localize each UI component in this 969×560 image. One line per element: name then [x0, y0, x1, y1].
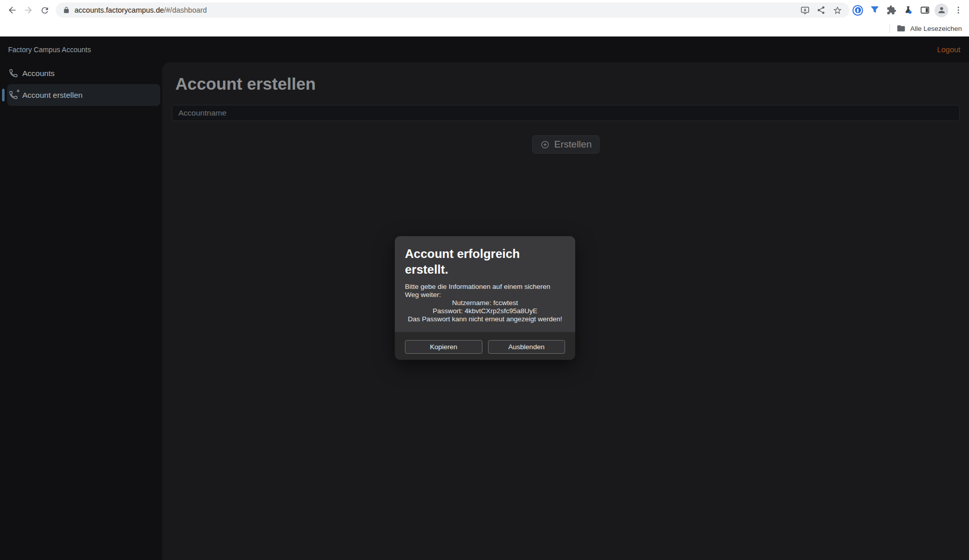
browser-menu-button[interactable] — [950, 1, 966, 19]
three-dots-icon — [954, 6, 963, 15]
dialog-body: Account erfolgreich erstellt. Bitte gebe… — [395, 236, 575, 332]
bookmark-star-button[interactable] — [830, 3, 844, 17]
back-button[interactable] — [4, 2, 20, 18]
extensions-menu-button[interactable] — [883, 1, 900, 19]
password-manager-extension-button[interactable] — [849, 1, 866, 19]
active-item-indicator — [2, 89, 5, 101]
folder-icon — [897, 24, 906, 33]
sidebar-item-accounts[interactable]: Accounts — [7, 62, 160, 84]
sidebar-item-label: Account erstellen — [22, 91, 83, 100]
phone-add-icon: + — [9, 90, 18, 100]
dialog-password-line: Passwort: 4kbvtCXrp2sfc95a8UyE — [405, 307, 565, 315]
bookmarks-divider — [889, 24, 890, 33]
dialog-footer: Kopieren Ausblenden — [395, 332, 575, 360]
star-icon — [833, 6, 842, 15]
hide-button[interactable]: Ausblenden — [488, 340, 566, 354]
forward-button[interactable] — [20, 2, 36, 18]
app-header: Factory Campus Accounts Logout — [0, 36, 969, 62]
bookmarks-bar: Alle Lesezeichen — [0, 20, 969, 36]
lock-icon — [63, 7, 70, 14]
all-bookmarks-button[interactable]: Alle Lesezeichen — [897, 24, 962, 33]
password-manager-icon — [852, 5, 863, 16]
url-text[interactable]: accounts.factorycampus.de/#/dashboard — [74, 6, 798, 14]
browser-toolbar: accounts.factorycampus.de/#/dashboard — [0, 0, 969, 20]
page-heading: Account erstellen — [175, 74, 960, 94]
person-icon — [937, 6, 946, 15]
sidebar: Accounts + Account erstellen — [0, 62, 162, 560]
dialog-warning-line: Das Passwort kann nicht erneut angezeigt… — [405, 315, 565, 323]
install-app-button[interactable] — [798, 3, 812, 17]
sidebar-item-account-erstellen[interactable]: + Account erstellen — [7, 84, 160, 106]
extensions-bar — [849, 1, 966, 19]
profile-avatar-button[interactable] — [933, 1, 950, 19]
phone-icon — [9, 68, 18, 78]
all-bookmarks-label: Alle Lesezeichen — [910, 25, 962, 32]
create-button-label: Erstellen — [554, 139, 592, 150]
avatar — [935, 4, 948, 17]
share-button[interactable] — [814, 3, 828, 17]
funnel-extension-button[interactable] — [866, 1, 883, 19]
reload-icon — [40, 6, 50, 15]
url-bar[interactable]: accounts.factorycampus.de/#/dashboard — [56, 3, 849, 18]
plus-circle-icon — [540, 140, 550, 150]
success-dialog: Account erfolgreich erstellt. Bitte gebe… — [395, 236, 575, 360]
forward-arrow-icon — [23, 5, 33, 15]
url-domain: accounts.factorycampus.de — [74, 6, 164, 14]
puzzle-icon — [886, 5, 897, 15]
copy-button[interactable]: Kopieren — [405, 340, 482, 354]
flask-icon — [903, 5, 913, 15]
install-icon — [800, 6, 810, 15]
dialog-title: Account erfolgreich erstellt. — [405, 246, 565, 277]
funnel-icon — [870, 5, 880, 15]
side-panel-toggle-button[interactable] — [916, 1, 933, 19]
app-title: Factory Campus Accounts — [8, 46, 91, 54]
reload-button[interactable] — [36, 2, 53, 18]
dialog-intro-text: Bitte gebe die Informationen auf einem s… — [405, 283, 565, 299]
url-path: /#/dashboard — [164, 6, 207, 14]
create-button[interactable]: Erstellen — [532, 135, 600, 154]
side-panel-icon — [920, 5, 930, 15]
lab-extension-button[interactable] — [900, 1, 916, 19]
back-arrow-icon — [7, 5, 17, 15]
accountname-input[interactable] — [172, 105, 960, 121]
share-icon — [816, 6, 826, 15]
logout-link[interactable]: Logout — [937, 45, 960, 54]
sidebar-item-label: Accounts — [22, 69, 55, 78]
dialog-username-line: Nutzername: fccwtest — [405, 299, 565, 307]
